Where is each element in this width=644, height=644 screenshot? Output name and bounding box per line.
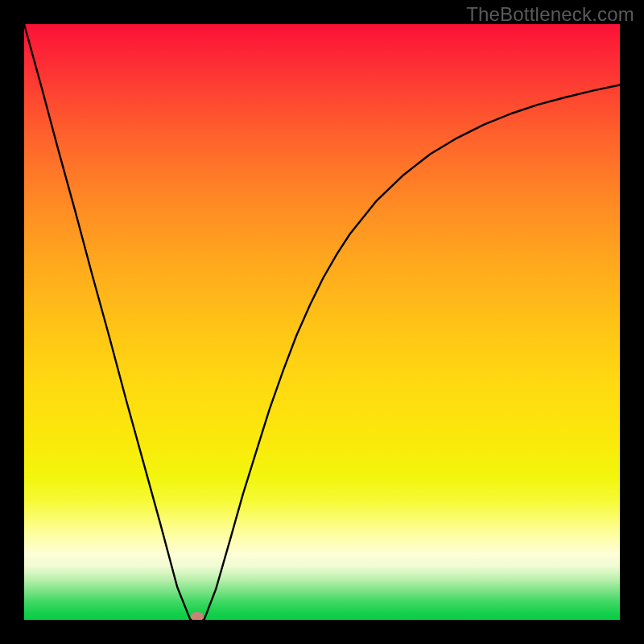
watermark-text: TheBottleneck.com xyxy=(466,3,634,26)
bottleneck-curve xyxy=(24,24,620,620)
plot-area xyxy=(24,24,620,620)
minimum-marker xyxy=(191,612,204,620)
curve-svg xyxy=(24,24,620,620)
chart-frame: TheBottleneck.com xyxy=(0,0,644,644)
